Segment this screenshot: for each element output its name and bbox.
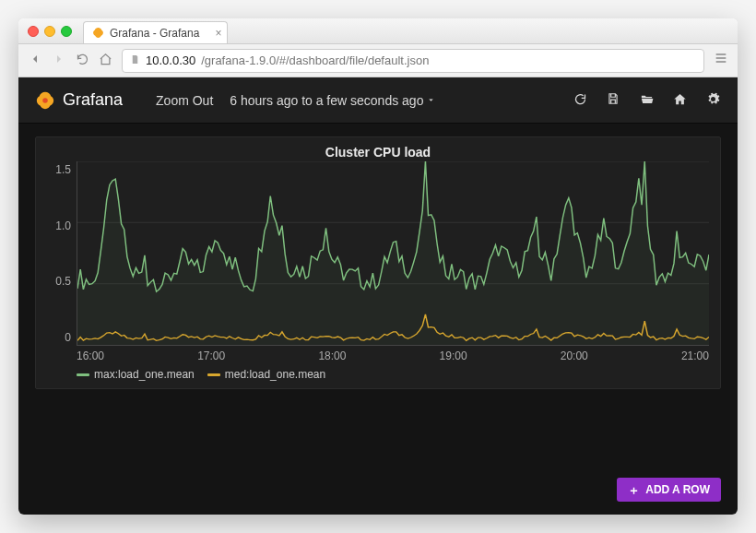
browser-menu-button[interactable] (714, 51, 728, 70)
close-window-button[interactable] (28, 26, 39, 37)
back-button[interactable] (28, 52, 42, 69)
x-tick: 16:00 (77, 349, 104, 362)
address-bar[interactable]: 10.0.0.30/grafana-1.9.0/#/dashboard/file… (122, 49, 704, 73)
minimize-window-button[interactable] (44, 26, 55, 37)
zoom-out-button[interactable]: Zoom Out (156, 93, 213, 108)
close-tab-button[interactable]: × (215, 27, 221, 40)
gear-icon[interactable] (704, 92, 721, 109)
time-range-label: 6 hours ago to a few seconds ago (230, 93, 423, 108)
home-icon[interactable] (671, 92, 688, 109)
legend-label: max:load_one.mean (94, 368, 195, 381)
app-name: Grafana (63, 90, 123, 110)
x-tick: 17:00 (197, 349, 225, 362)
browser-window: Grafana - Grafana × 10.0.0.30/grafana-1.… (18, 18, 738, 515)
legend-swatch-green (77, 373, 89, 376)
maximize-window-button[interactable] (61, 26, 72, 37)
save-icon[interactable] (605, 92, 621, 108)
add-row-section: ＋ ADD A ROW (18, 468, 738, 515)
browser-titlebar: Grafana - Grafana × (18, 18, 738, 44)
grafana-favicon (91, 27, 104, 40)
legend-item-max[interactable]: max:load_one.mean (77, 368, 195, 381)
chart-panel: Cluster CPU load 1.5 1.0 0.5 0 (35, 136, 721, 389)
url-path: /grafana-1.9.0/#/dashboard/file/default.… (201, 53, 429, 67)
page-icon (130, 53, 140, 68)
x-tick: 19:00 (440, 349, 467, 362)
app-viewport: Grafana Zoom Out 6 hours ago to a few se… (18, 77, 738, 515)
browser-tab[interactable]: Grafana - Grafana × (83, 21, 228, 43)
time-range-picker[interactable]: 6 hours ago to a few seconds ago (230, 93, 435, 108)
add-row-label: ADD A ROW (645, 483, 710, 496)
reload-button[interactable] (76, 53, 89, 69)
legend-item-med[interactable]: med:load_one.mean (207, 368, 325, 381)
plus-icon: ＋ (628, 484, 640, 496)
forward-button[interactable] (52, 52, 66, 69)
chart-body: 1.5 1.0 0.5 0 (47, 161, 709, 346)
y-tick: 1.0 (47, 219, 71, 232)
svg-point-0 (42, 98, 48, 103)
browser-toolbar: 10.0.0.30/grafana-1.9.0/#/dashboard/file… (18, 44, 738, 77)
brand[interactable]: Grafana (35, 90, 123, 111)
app-topbar: Grafana Zoom Out 6 hours ago to a few se… (18, 77, 738, 124)
window-controls (28, 26, 72, 37)
x-tick: 20:00 (561, 349, 588, 362)
y-tick: 0 (47, 331, 71, 344)
refresh-icon[interactable] (572, 92, 588, 109)
panel-area: Cluster CPU load 1.5 1.0 0.5 0 (18, 124, 738, 468)
add-row-button[interactable]: ＋ ADD A ROW (617, 478, 721, 502)
y-tick: 1.5 (47, 163, 71, 176)
open-folder-icon[interactable] (638, 92, 655, 109)
x-axis: 16:00 17:00 18:00 19:00 20:00 21:00 (47, 346, 709, 362)
y-axis: 1.5 1.0 0.5 0 (47, 161, 77, 346)
chart-title: Cluster CPU load (47, 145, 709, 160)
legend-swatch-yellow (207, 373, 220, 376)
x-tick: 18:00 (318, 349, 346, 362)
tab-title: Grafana - Grafana (110, 27, 199, 40)
url-host: 10.0.0.30 (146, 53, 195, 67)
grafana-logo-icon (35, 90, 55, 111)
chart-legend: max:load_one.mean med:load_one.mean (47, 362, 709, 383)
chevron-down-icon (427, 96, 435, 104)
plot-area[interactable] (77, 161, 709, 346)
x-tick: 21:00 (681, 349, 709, 362)
home-button[interactable] (99, 53, 112, 69)
y-tick: 0.5 (47, 275, 71, 288)
legend-label: med:load_one.mean (225, 368, 325, 381)
